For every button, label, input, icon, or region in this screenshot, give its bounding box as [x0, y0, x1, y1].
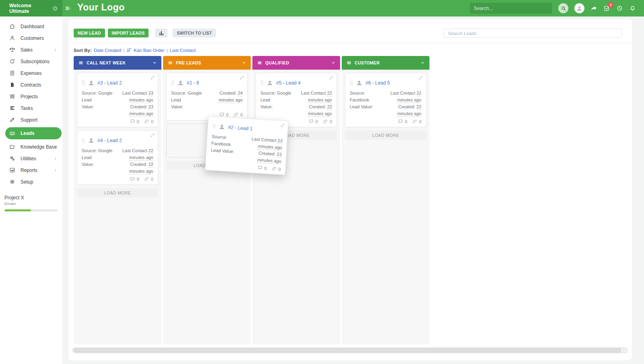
leads-summary-chart-button[interactable] — [155, 29, 167, 37]
column-menu-icon[interactable] — [347, 60, 351, 65]
project-title[interactable]: Project X — [4, 195, 62, 201]
paperclip-icon — [144, 176, 149, 182]
horizontal-scrollbar-thumb[interactable] — [74, 348, 621, 352]
folder-icon — [9, 144, 15, 150]
sidebar-item-label: Contracts — [21, 82, 41, 88]
sidebar-item-support[interactable]: Support — [0, 114, 62, 126]
search-leads-input[interactable] — [444, 29, 622, 38]
comment-count: 0 — [405, 119, 407, 124]
column-header[interactable]: CUSTOMER — [342, 56, 429, 70]
chevron-down-icon[interactable] — [153, 61, 157, 65]
lead-card[interactable]: #4 - Lead 2 Source: Google Lead Value: L… — [77, 130, 158, 185]
lead-card[interactable]: #3 - Lead 2 Source: Google Lead Value: L… — [77, 73, 158, 127]
app-logo[interactable]: Your Logo — [77, 2, 125, 13]
lead-source: Source: Google Lead — [260, 90, 293, 103]
sidebar-item-sales[interactable]: Sales — [0, 44, 62, 56]
sort-date-created-link[interactable]: Date Created — [94, 48, 121, 53]
sidebar-item-contracts[interactable]: Contracts — [0, 79, 62, 91]
sidebar-item-dashboard[interactable]: Dashboard — [0, 21, 62, 32]
column-body: #3 - Lead 2 Source: Google Lead Value: L… — [74, 70, 161, 344]
sidebar-item-customers[interactable]: Customers — [0, 32, 62, 44]
sidebar-item-utilities[interactable]: Utilities — [0, 153, 62, 164]
project-subtitle: Envato — [4, 202, 62, 206]
sidebar-item-setup[interactable]: Setup — [0, 176, 62, 188]
search-icon — [561, 6, 566, 11]
chevron-down-icon[interactable] — [242, 61, 246, 65]
sidebar-item-reports[interactable]: Reports — [0, 164, 62, 176]
column-body: #6 - Lead 5 Source: Facebook Lead Value:… — [342, 70, 429, 344]
drag-handle-icon[interactable] — [350, 80, 353, 85]
column-header[interactable]: CALL NEXT WEEK — [74, 56, 161, 70]
comment-icon — [130, 176, 135, 182]
main-panel: NEW LEAD IMPORT LEADS SWITCH TO LIST Sor… — [68, 19, 632, 360]
lead-created: Created: 22 minutes ago — [293, 103, 332, 117]
menu-toggle-icon[interactable] — [65, 5, 71, 11]
column-menu-icon[interactable] — [78, 60, 83, 65]
sidebar-item-projects[interactable]: Projects — [0, 91, 62, 102]
timesheet-clock-icon[interactable] — [616, 5, 623, 12]
user-avatar[interactable] — [574, 3, 584, 13]
lead-title-link[interactable]: #2 - Lead 1 — [228, 124, 252, 132]
expand-icon[interactable] — [329, 76, 333, 80]
global-search-input[interactable] — [470, 3, 552, 14]
power-icon[interactable] — [52, 5, 58, 12]
expand-icon[interactable] — [419, 76, 423, 80]
load-more-button[interactable]: LOAD MORE — [77, 188, 158, 197]
chart-icon — [9, 167, 15, 173]
todo-button[interactable]: 2 — [603, 5, 610, 12]
lead-title-link[interactable]: #6 - Lead 5 — [365, 80, 390, 86]
sidebar-item-subscriptions[interactable]: Subscriptions — [0, 56, 62, 67]
comment-icon — [130, 119, 135, 124]
expand-icon[interactable] — [240, 76, 244, 80]
sidebar-item-tasks[interactable]: Tasks — [0, 102, 62, 114]
lead-title-link[interactable]: #4 - Lead 2 — [97, 138, 122, 143]
column-call-next-week: CALL NEXT WEEK #3 - Lead 2 Source — [74, 56, 161, 344]
chevron-left-icon — [54, 48, 58, 52]
comment-count: 0 — [137, 177, 139, 182]
sidebar-item-expenses[interactable]: Expenses — [0, 67, 62, 79]
expand-icon[interactable] — [281, 123, 285, 128]
lead-title-link[interactable]: #1 - 6 — [187, 80, 199, 86]
paperclip-icon — [323, 119, 328, 124]
chevron-down-icon[interactable] — [421, 61, 425, 65]
sidebar-item-leads[interactable]: Leads — [5, 127, 62, 139]
quick-actions-icon[interactable] — [590, 5, 597, 12]
lead-value-label: Value: — [82, 103, 115, 110]
new-lead-button[interactable]: NEW LEAD — [74, 29, 105, 37]
column-menu-icon[interactable] — [168, 60, 173, 65]
sidebar-item-label: Leads — [21, 130, 35, 136]
chevron-down-icon[interactable] — [331, 61, 335, 65]
column-menu-icon[interactable] — [257, 60, 262, 65]
sort-last-contact-link[interactable]: Last Contact — [170, 48, 196, 53]
column-header[interactable]: PRE LEADS — [163, 56, 251, 70]
switch-to-list-button[interactable]: SWITCH TO LIST — [173, 29, 216, 37]
sort-separator: | — [123, 48, 124, 53]
drag-handle-icon[interactable] — [212, 124, 216, 129]
column-body: #5 - Lead 4 Source: Google Lead Value: L… — [252, 70, 340, 344]
sidebar-item-knowledge-base[interactable]: Knowledge Base — [0, 141, 62, 153]
column-header[interactable]: QUALIFIED — [252, 56, 340, 70]
drag-handle-icon[interactable] — [82, 80, 85, 85]
paperclip-icon — [233, 112, 239, 117]
toolbar-divider — [68, 43, 632, 43]
drag-handle-icon[interactable] — [260, 80, 264, 85]
comment-count: 0 — [137, 119, 139, 124]
notifications-bell-icon[interactable] — [629, 5, 636, 12]
import-leads-button[interactable]: IMPORT LEADS — [108, 29, 149, 37]
expand-icon[interactable] — [151, 133, 155, 137]
search-button[interactable] — [558, 3, 568, 13]
drag-handle-icon[interactable] — [82, 138, 85, 143]
lead-title-link[interactable]: #3 - Lead 2 — [97, 80, 122, 86]
expand-icon[interactable] — [151, 76, 155, 80]
lead-card[interactable]: #5 - Lead 4 Source: Google Lead Value: L… — [256, 73, 337, 127]
lead-title-link[interactable]: #5 - Lead 4 — [276, 80, 301, 86]
lead-card[interactable]: #6 - Lead 5 Source: Facebook Lead Value:… — [345, 73, 426, 127]
load-more-button[interactable]: LOAD MORE — [345, 130, 426, 140]
drag-handle-icon[interactable] — [171, 80, 174, 85]
lead-card[interactable]: #1 - 6 Source: Google Lead Value: Create… — [166, 73, 248, 120]
avatar-icon — [266, 79, 273, 86]
column-title: QUALIFIED — [265, 60, 289, 65]
dragged-lead-card[interactable]: #2 - Lead 1 Source: Facebook Lead Value:… — [205, 116, 289, 175]
bar-chart-icon — [159, 30, 164, 36]
sort-kanban-order-link[interactable]: Kan Ban Order — [134, 48, 165, 53]
